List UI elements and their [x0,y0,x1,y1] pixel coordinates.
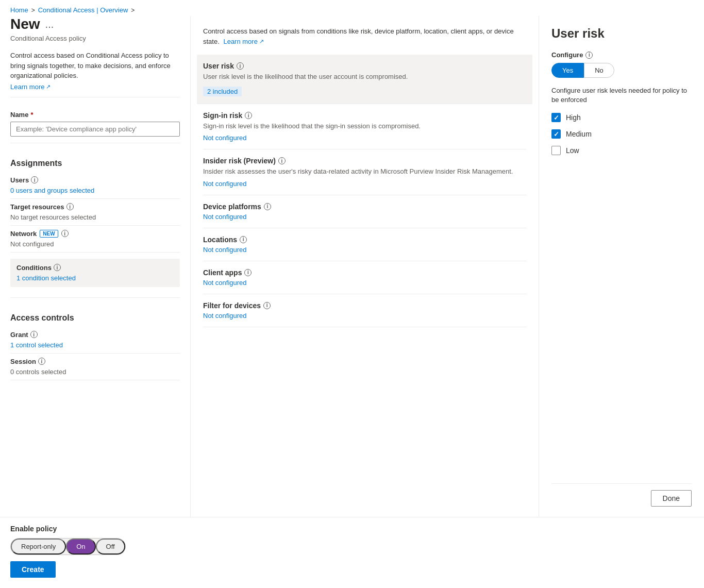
report-only-button[interactable]: Report-only [11,539,66,555]
new-badge: NEW [40,230,58,238]
checkbox-high-box[interactable]: ✓ [551,113,561,122]
condition-locations[interactable]: Locations i Not configured [203,228,526,261]
target-resources-row: Target resources i No target resources s… [10,199,180,226]
checkbox-medium-label: Medium [566,130,592,138]
enable-policy-label: Enable policy [10,525,201,533]
checkbox-high[interactable]: ✓ High [551,113,692,122]
sign-in-risk-desc: Sign-in risk level is the likelihood tha… [203,122,526,131]
client-apps-status[interactable]: Not configured [203,279,526,287]
locations-info-icon[interactable]: i [240,236,247,243]
session-row: Session i 0 controls selected [10,354,180,380]
network-row: Network NEW i Not configured [10,226,180,253]
conditions-info-icon[interactable]: i [54,264,61,271]
name-input[interactable] [10,122,180,137]
checkbox-low[interactable]: Low [551,146,692,155]
left-description: Control access based on Conditional Acce… [10,51,180,81]
learn-more-link-left[interactable]: Learn more [10,83,180,91]
checkbox-medium[interactable]: ✓ Medium [551,129,692,139]
sign-in-risk-status[interactable]: Not configured [203,134,526,142]
right-panel: User risk Configure i Yes No Configure u… [539,16,704,517]
page-title-ellipsis[interactable]: ... [45,19,54,30]
configure-info-icon[interactable]: i [585,52,593,59]
create-button[interactable]: Create [10,561,56,578]
left-panel: New ... Conditional Access policy Contro… [0,16,191,517]
enable-policy-toggle: Report-only On Off [10,538,126,555]
locations-status[interactable]: Not configured [203,246,526,254]
client-apps-info-icon[interactable]: i [244,269,252,276]
condition-client-apps[interactable]: Client apps i Not configured [203,261,526,294]
user-risk-info-icon[interactable]: i [237,62,244,70]
breadcrumb: Home > Conditional Access | Overview > [0,0,704,16]
network-link[interactable]: Not configured [10,240,54,248]
network-info-icon[interactable]: i [61,230,69,237]
breadcrumb-sep2: > [131,7,135,14]
condition-sign-in-risk[interactable]: Sign-in risk i Sign-in risk level is the… [203,104,526,149]
insider-risk-status[interactable]: Not configured [203,180,526,188]
breadcrumb-home[interactable]: Home [10,6,28,14]
no-button[interactable]: No [584,63,614,78]
checkbox-high-label: High [566,113,581,122]
filter-devices-status[interactable]: Not configured [203,312,526,320]
yes-no-toggle: Yes No [551,63,692,78]
users-link[interactable]: 0 users and groups selected [10,187,94,194]
middle-panel: Control access based on signals from con… [191,16,539,517]
bottom-bar: Enable policy Report-only On Off Create [0,517,704,588]
checkbox-low-box[interactable] [551,146,561,155]
page-subtitle: Conditional Access policy [10,35,180,42]
checkbox-medium-box[interactable]: ✓ [551,129,561,139]
assignments-title: Assignments [10,159,180,168]
breadcrumb-sep1: > [31,7,35,14]
conditions-row[interactable]: Conditions i 1 condition selected [10,259,180,287]
checkbox-medium-check: ✓ [554,130,559,138]
insider-risk-desc: Insider risk assesses the user's risky d… [203,167,526,176]
filter-devices-info-icon[interactable]: i [263,302,271,309]
users-info-icon[interactable]: i [31,176,38,183]
sign-in-risk-info-icon[interactable]: i [245,112,252,119]
middle-description: Control access based on signals from con… [203,26,526,46]
required-star: * [30,111,33,119]
conditions-list: User risk i User risk level is the likel… [203,55,526,327]
configure-desc: Configure user risk levels needed for po… [551,86,692,105]
name-field-label: Name * [10,111,180,119]
user-risk-desc: User risk level is the likelihood that t… [203,72,526,81]
learn-more-link-middle[interactable]: Learn more [223,37,263,47]
condition-user-risk[interactable]: User risk i User risk level is the likel… [197,55,532,104]
off-button[interactable]: Off [96,539,125,555]
target-info-icon[interactable]: i [66,203,74,210]
checkbox-low-label: Low [566,146,579,155]
session-link[interactable]: 0 controls selected [10,368,66,376]
grant-link[interactable]: 1 control selected [10,341,63,349]
yes-button[interactable]: Yes [551,63,584,78]
on-button[interactable]: On [66,539,95,555]
session-info-icon[interactable]: i [38,358,45,365]
condition-insider-risk[interactable]: Insider risk (Preview) i Insider risk as… [203,149,526,195]
panel-title: User risk [551,26,692,41]
configure-label: Configure i [551,51,692,59]
condition-device-platforms[interactable]: Device platforms i Not configured [203,195,526,228]
target-link[interactable]: No target resources selected [10,213,96,221]
condition-filter-devices[interactable]: Filter for devices i Not configured [203,294,526,327]
device-platforms-status[interactable]: Not configured [203,213,526,221]
conditions-link[interactable]: 1 condition selected [16,274,76,282]
access-controls-title: Access controls [10,313,180,323]
page-title: New ... [10,16,54,32]
insider-risk-info-icon[interactable]: i [278,157,286,164]
conditions-row-wrapper: Conditions i 1 condition selected [10,253,180,291]
done-button[interactable]: Done [651,490,692,507]
users-row: Users i 0 users and groups selected [10,172,180,199]
device-platforms-info-icon[interactable]: i [264,203,271,210]
grant-info-icon[interactable]: i [30,331,38,338]
grant-row: Grant i 1 control selected [10,327,180,354]
breadcrumb-overview[interactable]: Conditional Access | Overview [38,6,128,14]
user-risk-status: 2 included [203,87,242,96]
checkbox-high-check: ✓ [554,114,559,122]
